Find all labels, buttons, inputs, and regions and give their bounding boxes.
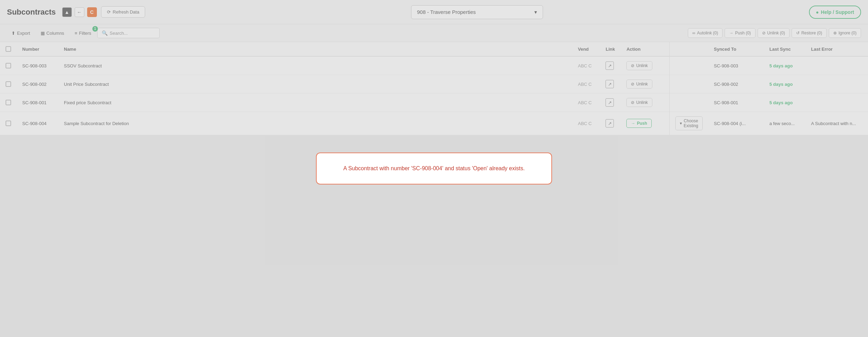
popup-overlay: A Subcontract with number 'SC-908-004' a… [0, 0, 868, 337]
error-message: A Subcontract with number 'SC-908-004' a… [333, 164, 535, 173]
error-popup: A Subcontract with number 'SC-908-004' a… [316, 153, 552, 184]
